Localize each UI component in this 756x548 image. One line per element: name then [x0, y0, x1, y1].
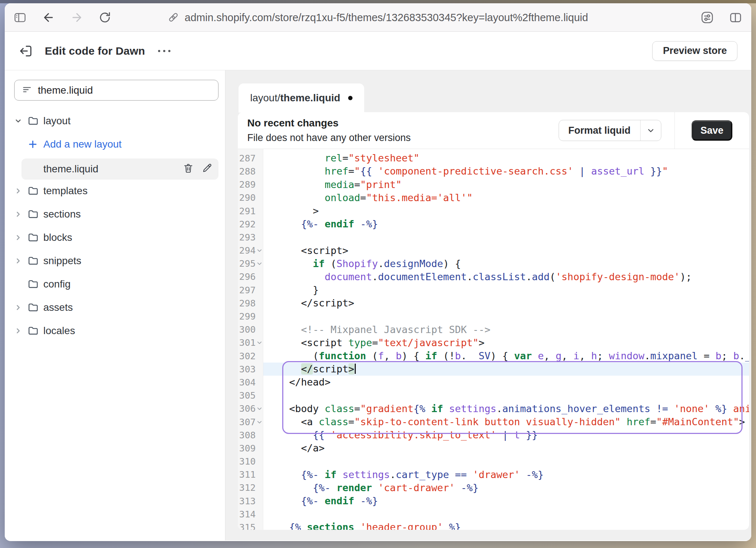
code-text[interactable]: (function (f, b) { if (!b.__SV) { var e,… — [263, 349, 749, 363]
code-text[interactable]: href="{{ 'component-predictive-search.cs… — [263, 165, 749, 178]
sidebar-item-locales[interactable]: locales — [14, 322, 218, 340]
fold-toggle-icon[interactable] — [256, 415, 263, 428]
code-text[interactable]: </head> — [263, 376, 749, 389]
code-text[interactable]: > — [263, 204, 749, 218]
code-text[interactable]: <a class="skip-to-content-link button vi… — [263, 415, 749, 428]
code-line-306[interactable]: 306 <body class="gradient{% if settings.… — [238, 402, 749, 415]
code-line-296[interactable]: 296 document.documentElement.classList.a… — [238, 270, 749, 283]
trash-icon[interactable] — [183, 163, 194, 176]
code-line-289[interactable]: 289 media="print" — [238, 178, 749, 191]
sidebar-toggle-icon[interactable] — [13, 11, 27, 24]
exit-icon[interactable] — [19, 44, 33, 58]
code-line-301[interactable]: 301 <script type="text/javascript"> — [238, 336, 749, 349]
code-text[interactable] — [263, 455, 749, 468]
code-text[interactable]: {% sections 'header-group' %} — [263, 521, 749, 530]
back-icon[interactable] — [42, 11, 55, 24]
code-text[interactable] — [263, 231, 749, 244]
code-text[interactable]: {%- render 'cart-drawer' -%} — [263, 481, 749, 494]
code-line-313[interactable]: 313 {%- endif -%} — [238, 494, 749, 508]
code-text[interactable]: </script> — [263, 363, 749, 376]
code-line-309[interactable]: 309 </a> — [238, 442, 749, 455]
code-text[interactable]: {%- if settings.cart_type == 'drawer' -%… — [263, 468, 749, 481]
tab-theme-liquid[interactable]: layout/theme.liquid — [239, 83, 364, 113]
file-search-input[interactable]: theme.liquid — [14, 80, 218, 101]
code-text[interactable] — [263, 389, 749, 402]
chevron-right-icon[interactable] — [14, 234, 27, 242]
chevron-down-icon[interactable] — [14, 117, 27, 125]
code-line-298[interactable]: 298 </script> — [238, 297, 749, 310]
address-bar[interactable]: admin.shopify.com/store/rzq1xu-f5/themes… — [168, 11, 588, 23]
split-view-icon[interactable] — [729, 11, 743, 24]
save-button[interactable]: Save — [692, 120, 732, 141]
chevron-right-icon[interactable] — [14, 257, 27, 265]
sidebar-item-add-a-new-layout[interactable]: Add a new layout — [14, 135, 218, 153]
code-line-293[interactable]: 293 — [238, 231, 749, 244]
code-text[interactable]: <body class="gradient{% if settings.anim… — [263, 402, 749, 415]
code-text[interactable]: } — [263, 283, 749, 297]
code-text[interactable]: rel="stylesheet" — [263, 152, 749, 165]
sidebar-item-assets[interactable]: assets — [14, 298, 218, 317]
preview-store-button[interactable]: Preview store — [652, 41, 737, 61]
format-options-button[interactable] — [640, 120, 661, 141]
code-text[interactable]: {%- endif -%} — [263, 218, 749, 231]
sidebar-item-snippets[interactable]: snippets — [14, 252, 218, 270]
sidebar-item-theme-liquid[interactable]: theme.liquid — [21, 158, 218, 180]
code-text[interactable] — [263, 508, 749, 521]
code-line-311[interactable]: 311 {%- if settings.cart_type == 'drawer… — [238, 468, 749, 481]
chevron-right-icon[interactable] — [14, 327, 27, 335]
fold-toggle-icon[interactable] — [256, 257, 263, 270]
code-line-294[interactable]: 294 <script> — [238, 244, 749, 257]
fold-toggle-icon[interactable] — [256, 336, 263, 349]
code-text[interactable]: {%- endif -%} — [263, 494, 749, 508]
sidebar-item-config[interactable]: config — [14, 275, 218, 293]
code-line-303[interactable]: 303 </script> — [238, 363, 749, 376]
chevron-right-icon[interactable] — [14, 210, 27, 218]
code-line-302[interactable]: 302 (function (f, b) { if (!b.__SV) { va… — [238, 349, 749, 363]
fold-toggle-icon[interactable] — [256, 244, 263, 257]
format-liquid-button[interactable]: Format liquid — [559, 120, 661, 141]
chevron-right-icon[interactable] — [14, 304, 27, 312]
code-text[interactable]: </script> — [263, 297, 749, 310]
chevron-right-icon[interactable] — [14, 187, 27, 195]
code-text[interactable]: <script> — [263, 244, 749, 257]
sidebar-item-blocks[interactable]: blocks — [14, 228, 218, 247]
sidebar-item-layout[interactable]: layout — [14, 112, 218, 130]
code-text[interactable]: <link — [263, 149, 749, 152]
code-line-300[interactable]: 300 <!-- Mixpanel Javascript SDK --> — [238, 323, 749, 336]
code-text[interactable] — [263, 310, 749, 323]
code-text[interactable]: document.documentElement.classList.add('… — [263, 270, 749, 283]
sidebar-item-templates[interactable]: templates — [14, 182, 218, 200]
code-line-297[interactable]: 297 } — [238, 283, 749, 297]
code-line-315[interactable]: 315 {% sections 'header-group' %} — [238, 521, 749, 530]
code-text[interactable]: media="print" — [263, 178, 749, 191]
code-line-305[interactable]: 305 — [238, 389, 749, 402]
code-line-304[interactable]: 304 </head> — [238, 376, 749, 389]
code-line-291[interactable]: 291 > — [238, 204, 749, 218]
code-line-307[interactable]: 307 <a class="skip-to-content-link butto… — [238, 415, 749, 428]
reload-icon[interactable] — [99, 11, 111, 24]
forward-icon[interactable] — [70, 11, 83, 24]
code-text[interactable]: if (Shopify.designMode) { — [263, 257, 749, 270]
code-line-312[interactable]: 312 {%- render 'cart-drawer' -%} — [238, 481, 749, 494]
code-text[interactable]: <script type="text/javascript"> — [263, 336, 749, 349]
fold-toggle-icon[interactable] — [256, 402, 263, 415]
sidebar-item-sections[interactable]: sections — [14, 205, 218, 223]
code-line-314[interactable]: 314 — [238, 508, 749, 521]
code-text[interactable]: onload="this.media='all'" — [263, 191, 749, 204]
code-text[interactable]: </a> — [263, 442, 749, 455]
code-line-286[interactable]: 286 <link — [238, 149, 749, 152]
code-text[interactable]: <!-- Mixpanel Javascript SDK --> — [263, 323, 749, 336]
code-line-299[interactable]: 299 — [238, 310, 749, 323]
code-editor[interactable]: 286 <link287 rel="stylesheet"288 href="{… — [238, 149, 749, 530]
code-line-310[interactable]: 310 — [238, 455, 749, 468]
code-text[interactable]: {{ 'accessibility.skip_to_text' | t }} — [263, 428, 749, 442]
code-line-292[interactable]: 292 {%- endif -%} — [238, 218, 749, 231]
more-icon[interactable] — [154, 46, 174, 56]
code-line-287[interactable]: 287 rel="stylesheet" — [238, 152, 749, 165]
code-line-288[interactable]: 288 href="{{ 'component-predictive-searc… — [238, 165, 749, 178]
page-settings-icon[interactable] — [700, 11, 714, 24]
code-line-295[interactable]: 295 if (Shopify.designMode) { — [238, 257, 749, 270]
code-line-290[interactable]: 290 onload="this.media='all'" — [238, 191, 749, 204]
code-line-308[interactable]: 308 {{ 'accessibility.skip_to_text' | t … — [238, 428, 749, 442]
pencil-icon[interactable] — [202, 163, 213, 176]
